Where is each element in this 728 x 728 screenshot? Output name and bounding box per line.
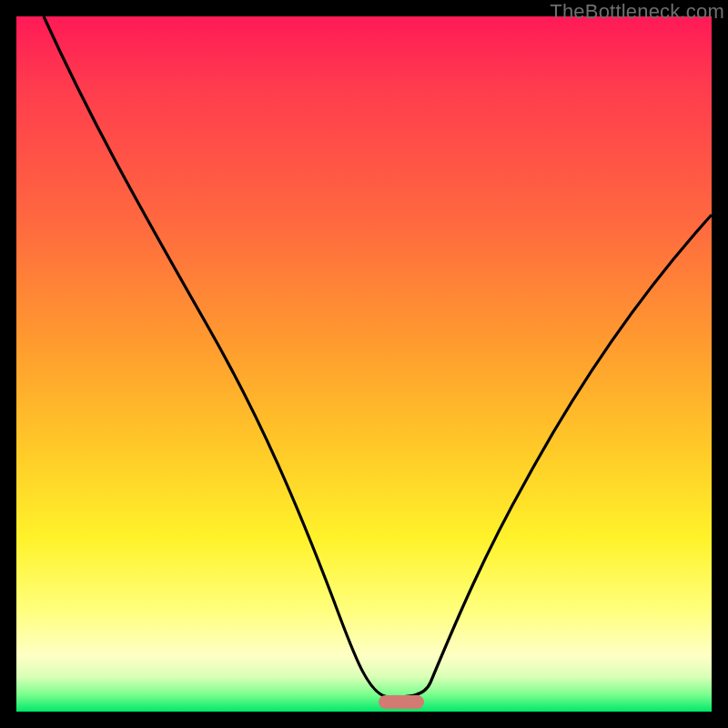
chart-plot-area <box>16 16 712 712</box>
chart-frame: TheBottleneck.com <box>0 0 728 728</box>
optimum-marker <box>379 695 424 709</box>
watermark-text: TheBottleneck.com <box>550 0 724 24</box>
bottleneck-curve <box>16 16 712 712</box>
curve-path <box>44 16 712 697</box>
